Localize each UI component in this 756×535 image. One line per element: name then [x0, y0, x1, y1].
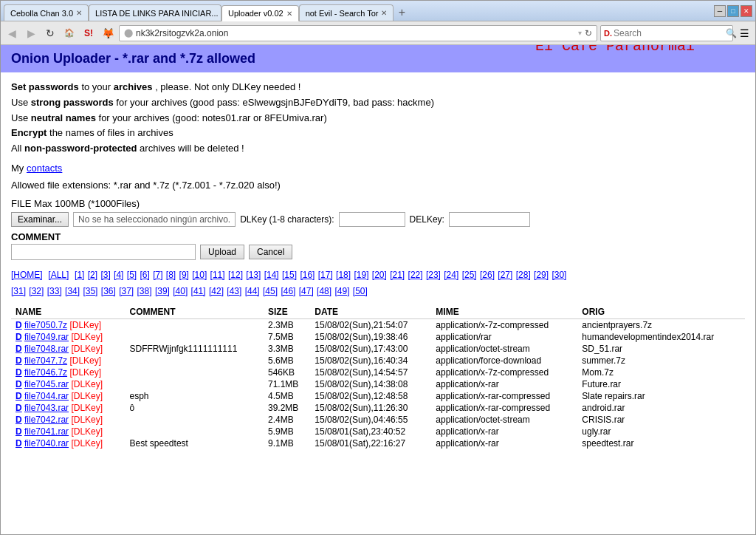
file-link[interactable]: file7046.7z — [24, 367, 67, 378]
pagination-page-45[interactable]: [45] — [263, 286, 278, 296]
new-tab-button[interactable]: + — [394, 4, 410, 21]
maximize-button[interactable]: □ — [727, 5, 739, 17]
pagination-page-25[interactable]: [25] — [462, 270, 477, 280]
pagination-page-20[interactable]: [20] — [372, 270, 387, 280]
pagination-page-35[interactable]: [35] — [83, 286, 97, 296]
pagination-page-44[interactable]: [44] — [245, 286, 260, 296]
file-link[interactable]: file7041.rar — [24, 426, 69, 437]
pagination-page-17[interactable]: [17] — [318, 270, 333, 280]
d-link[interactable]: D — [16, 403, 22, 413]
file-link[interactable]: file7043.rar — [24, 403, 69, 413]
pagination-page-10[interactable]: [10] — [192, 270, 207, 280]
forward-button[interactable]: ▶ — [23, 25, 39, 41]
pagination-page-50[interactable]: [50] — [353, 286, 368, 296]
close-tab-icon[interactable]: ✕ — [76, 9, 82, 17]
minimize-button[interactable]: ─ — [714, 5, 726, 17]
pagination-page-28[interactable]: [28] — [516, 270, 531, 280]
pagination-page-1[interactable]: [1] — [75, 270, 84, 280]
search-icon[interactable]: 🔍 — [726, 28, 737, 38]
pagination-page-30[interactable]: [30] — [551, 270, 566, 280]
dlkey-input[interactable] — [339, 212, 405, 227]
delkey-input[interactable] — [449, 212, 530, 227]
pagination-page-32[interactable]: [32] — [29, 286, 44, 296]
file-link[interactable]: file7042.rar — [24, 415, 69, 425]
pagination-page-21[interactable]: [21] — [390, 270, 405, 280]
dlkey-badge[interactable]: [DLKey] — [71, 426, 103, 437]
pagination-page-6[interactable]: [6] — [140, 270, 149, 280]
home-button[interactable]: 🏠 — [61, 25, 78, 41]
dlkey-badge[interactable]: [DLKey] — [71, 403, 103, 413]
d-link[interactable]: D — [16, 438, 22, 449]
back-button[interactable]: ◀ — [4, 25, 20, 41]
pagination-page-9[interactable]: [9] — [179, 270, 189, 280]
file-link[interactable]: file7049.rar — [24, 332, 69, 342]
dlkey-badge[interactable]: [DLKey] — [71, 391, 103, 401]
close-button[interactable]: ✕ — [740, 5, 752, 17]
search-box[interactable]: D. 🔍 — [600, 25, 733, 41]
pagination-page-31[interactable]: [31] — [11, 286, 26, 296]
pagination-page-15[interactable]: [15] — [282, 270, 297, 280]
pagination-home[interactable]: [HOME] — [11, 270, 43, 280]
pagination-page-47[interactable]: [47] — [299, 286, 314, 296]
address-bar[interactable]: ⬤ nk3k2rsitogzvk2a.onion ▾ ↻ — [119, 25, 597, 41]
tab-cebolla[interactable]: Cebolla Chan 3.0 ✕ — [4, 4, 89, 21]
d-link[interactable]: D — [16, 355, 22, 366]
pagination-page-48[interactable]: [48] — [317, 286, 331, 296]
pagination-page-4[interactable]: [4] — [114, 270, 123, 280]
pagination-page-11[interactable]: [11] — [210, 270, 225, 280]
d-link[interactable]: D — [16, 415, 22, 425]
file-link[interactable]: file7047.7z — [24, 355, 67, 366]
pagination-page-39[interactable]: [39] — [155, 286, 170, 296]
pagination-page-12[interactable]: [12] — [228, 270, 243, 280]
pagination-page-3[interactable]: [3] — [100, 270, 110, 280]
pagination-page-7[interactable]: [7] — [153, 270, 162, 280]
pagination-page-36[interactable]: [36] — [101, 286, 116, 296]
contacts-link[interactable]: contacts — [27, 163, 62, 174]
pagination-page-29[interactable]: [29] — [534, 270, 549, 280]
d-link[interactable]: D — [16, 332, 22, 342]
file-link[interactable]: file7050.7z — [24, 320, 67, 330]
tab-lista[interactable]: LISTA DE LINKS PARA INICIAR... ✕ — [89, 4, 221, 21]
pagination-page-18[interactable]: [18] — [336, 270, 351, 280]
file-link[interactable]: file7044.rar — [24, 391, 69, 401]
dlkey-badge[interactable]: [DLKey] — [69, 355, 101, 366]
close-tab-icon[interactable]: ✕ — [381, 9, 387, 17]
pagination-page-38[interactable]: [38] — [137, 286, 152, 296]
dlkey-badge[interactable]: [DLKey] — [71, 332, 103, 342]
pagination-page-37[interactable]: [37] — [119, 286, 134, 296]
refresh-icon[interactable]: ↻ — [585, 28, 592, 38]
d-link[interactable]: D — [16, 367, 22, 378]
search-input[interactable] — [614, 28, 724, 38]
pagination-page-42[interactable]: [42] — [209, 286, 224, 296]
pagination-page-33[interactable]: [33] — [47, 286, 62, 296]
file-link[interactable]: file7048.rar — [24, 344, 69, 354]
dlkey-badge[interactable]: [DLKey] — [69, 320, 101, 330]
pagination-page-14[interactable]: [14] — [264, 270, 279, 280]
dlkey-badge[interactable]: [DLKey] — [71, 379, 103, 389]
d-link[interactable]: D — [16, 320, 22, 330]
dlkey-badge[interactable]: [DLKey] — [71, 438, 103, 449]
pagination-page-34[interactable]: [34] — [65, 286, 80, 296]
d-link[interactable]: D — [16, 344, 22, 354]
pagination-page-16[interactable]: [16] — [300, 270, 315, 280]
tab-notevil[interactable]: not Evil - Search Tor ✕ — [299, 4, 394, 21]
pagination-page-26[interactable]: [26] — [480, 270, 495, 280]
d-link[interactable]: D — [16, 379, 22, 389]
dlkey-badge[interactable]: [DLKey] — [71, 415, 103, 425]
pagination-page-8[interactable]: [8] — [166, 270, 176, 280]
pagination-page-19[interactable]: [19] — [354, 270, 368, 280]
pagination-page-2[interactable]: [2] — [88, 270, 97, 280]
pagination-page-23[interactable]: [23] — [426, 270, 441, 280]
reload-button[interactable]: ↻ — [42, 25, 58, 41]
d-link[interactable]: D — [16, 426, 22, 437]
pagination-page-49[interactable]: [49] — [334, 286, 349, 296]
file-link[interactable]: file7040.rar — [24, 438, 69, 449]
browse-button[interactable]: Examinar... — [11, 212, 69, 227]
tab-uploader[interactable]: Uploader v0.02 ✕ — [221, 5, 299, 21]
pagination-page-43[interactable]: [43] — [227, 286, 241, 296]
dlkey-badge[interactable]: [DLKey] — [69, 367, 101, 378]
pagination-page-40[interactable]: [40] — [173, 286, 188, 296]
d-link[interactable]: D — [16, 391, 22, 401]
pagination-page-41[interactable]: [41] — [191, 286, 206, 296]
pagination-page-46[interactable]: [46] — [281, 286, 295, 296]
